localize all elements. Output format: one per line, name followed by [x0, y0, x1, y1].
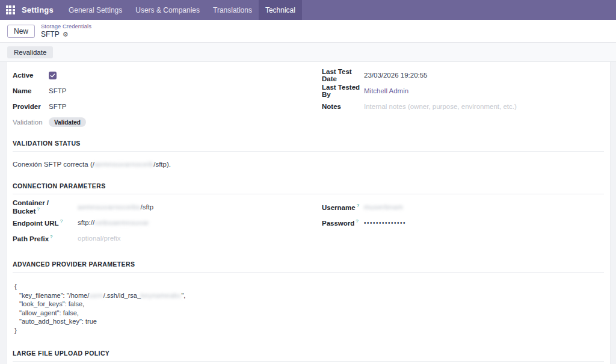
redacted-container-value[interactable]: aemnsuvarnoceibs [78, 203, 141, 211]
help-icon: ? [357, 203, 359, 208]
last-tested-by-link[interactable]: Mitchell Admin [364, 87, 408, 94]
nav-item-users-companies[interactable]: Users & Companies [129, 0, 206, 20]
checkmark-icon [50, 73, 55, 78]
form-statusbar: Revalidate [0, 43, 616, 62]
path-prefix-input[interactable] [78, 235, 198, 242]
validation-status-message: Conexión SFTP correcta (/aemnsuvarnoceib… [13, 161, 604, 168]
provider-row: Provider SFTP [13, 99, 310, 114]
validation-label: Validation [13, 119, 49, 126]
left-field-group: Active Name SFTP Provider SFTP Validatio… [13, 67, 310, 130]
revalidate-button[interactable]: Revalidate [7, 46, 53, 58]
help-icon: ? [37, 206, 39, 212]
active-label: Active [13, 72, 49, 79]
notes-input[interactable] [364, 103, 568, 110]
breadcrumb-current: SFTP [41, 30, 60, 39]
code-line: "auto_add_host_key": true [14, 317, 604, 326]
top-navbar: Settings General Settings Users & Compan… [0, 0, 616, 20]
apps-grid-icon [6, 5, 15, 14]
active-row: Active [13, 67, 310, 83]
validation-status-section: VALIDATION STATUS Conexión SFTP correcta… [13, 140, 604, 168]
validation-row: Validation Validated [13, 114, 310, 130]
endpoint-url-label: Endpoint URL? [13, 218, 78, 227]
breadcrumb-parent-link[interactable]: Storage Credentials [41, 23, 91, 30]
code-line: "allow_agent": false, [14, 309, 604, 318]
username-row: Username? muserbnam [322, 199, 604, 215]
advanced-parameters-section: ADVANCED PROVIDER PARAMETERS { "key_file… [13, 261, 604, 335]
last-test-date-row: Last Test Date 23/03/2026 19:20:55 [322, 67, 604, 83]
redacted-key-name: keynameabc [141, 292, 181, 299]
active-checkbox[interactable] [49, 72, 57, 79]
redacted-username-value[interactable]: muserbnam [364, 203, 403, 211]
action-gear-icon[interactable]: ⚙ [63, 31, 69, 38]
endpoint-url-row: Endpoint URL? sftp://ceibsaemnsuvar [13, 215, 310, 230]
redacted-host-path: aemnsuvarnoceib [94, 161, 153, 168]
password-row: Password? •••••••••••••• [322, 215, 604, 230]
container-bucket-label: Container / Bucket? [13, 199, 78, 215]
connection-right-group: Username? muserbnam Password? ••••••••••… [322, 199, 604, 246]
last-test-date-label: Last Test Date [322, 68, 364, 82]
provider-field[interactable]: SFTP [49, 103, 66, 110]
password-label: Password? [322, 218, 364, 227]
provider-label: Provider [13, 103, 49, 110]
breadcrumb-bar: New Storage Credentials SFTP ⚙ [0, 20, 616, 43]
last-test-date-field[interactable]: 23/03/2026 19:20:55 [364, 72, 428, 79]
apps-menu-button[interactable] [0, 0, 20, 20]
code-line: "look_for_keys": false, [14, 300, 604, 309]
name-row: Name SFTP [13, 83, 310, 99]
right-field-group: Last Test Date 23/03/2026 19:20:55 Last … [322, 67, 604, 130]
connection-parameters-section: CONNECTION PARAMETERS Container / Bucket… [13, 182, 604, 246]
notes-label: Notes [322, 103, 364, 110]
app-name[interactable]: Settings [20, 0, 62, 20]
section-divider [13, 151, 604, 152]
redacted-endpoint-value[interactable]: ceibsaemnsuvar [94, 219, 149, 226]
nav-item-general-settings[interactable]: General Settings [62, 0, 129, 20]
help-icon: ? [356, 218, 358, 224]
nav-item-translations[interactable]: Translations [206, 0, 259, 20]
name-field[interactable]: SFTP [49, 87, 66, 94]
path-prefix-label: Path Prefix? [13, 234, 78, 242]
code-line: "key_filename": "/home/usrn/.ssh/id_rsa_… [14, 291, 604, 300]
username-label: Username? [322, 203, 364, 211]
path-prefix-row: Path Prefix? [13, 230, 310, 246]
advanced-parameters-editor[interactable]: { "key_filename": "/home/usrn/.ssh/id_rs… [14, 282, 604, 335]
nav-item-technical[interactable]: Technical [259, 0, 302, 20]
help-icon: ? [60, 218, 63, 224]
last-tested-by-row: Last Tested By Mitchell Admin [322, 83, 604, 99]
name-label: Name [13, 87, 49, 94]
notes-row: Notes [322, 99, 604, 114]
section-divider [13, 194, 604, 194]
large-file-policy-title: LARGE FILE UPLOAD POLICY [13, 350, 604, 357]
code-line: { [14, 282, 604, 291]
new-button[interactable]: New [7, 25, 35, 38]
validation-status-badge: Validated [49, 117, 86, 127]
last-tested-by-label: Last Tested By [322, 84, 364, 98]
section-divider [13, 272, 604, 273]
large-file-policy-section: LARGE FILE UPLOAD POLICY Multipart Thres… [13, 350, 604, 364]
connection-left-group: Container / Bucket? aemnsuvarnoceibs/sft… [13, 199, 310, 246]
redacted-home-user: usrn [89, 292, 103, 299]
code-line: } [14, 326, 604, 335]
section-divider [13, 361, 604, 362]
password-field[interactable]: •••••••••••••• [364, 220, 406, 226]
validation-status-title: VALIDATION STATUS [13, 140, 604, 147]
help-icon: ? [50, 234, 52, 239]
breadcrumb: Storage Credentials SFTP ⚙ [41, 23, 91, 39]
nav-menu: General Settings Users & Companies Trans… [62, 0, 302, 20]
connection-parameters-title: CONNECTION PARAMETERS [13, 182, 604, 190]
container-bucket-row: Container / Bucket? aemnsuvarnoceibs/sft… [13, 199, 310, 215]
form-sheet: Active Name SFTP Provider SFTP Validatio… [6, 62, 611, 364]
advanced-parameters-title: ADVANCED PROVIDER PARAMETERS [13, 261, 604, 268]
